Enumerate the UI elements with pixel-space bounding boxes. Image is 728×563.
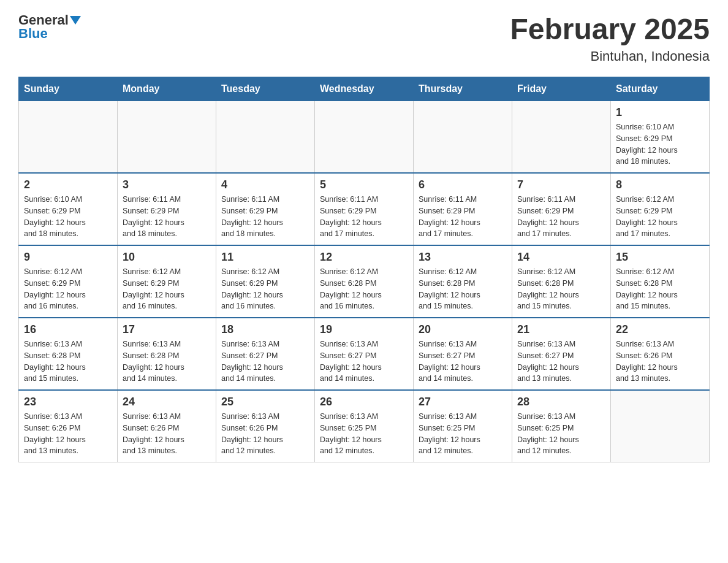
day-info: Sunrise: 6:13 AMSunset: 6:27 PMDaylight:… xyxy=(419,339,507,385)
day-header-saturday: Saturday xyxy=(611,77,710,101)
day-number: 23 xyxy=(24,396,112,408)
calendar-cell xyxy=(118,101,216,174)
calendar-cell: 28Sunrise: 6:13 AMSunset: 6:25 PMDayligh… xyxy=(512,390,611,462)
week-row-2: 2Sunrise: 6:10 AMSunset: 6:29 PMDaylight… xyxy=(19,173,710,245)
svg-marker-0 xyxy=(70,16,81,25)
day-number: 28 xyxy=(517,396,605,408)
week-row-4: 16Sunrise: 6:13 AMSunset: 6:28 PMDayligh… xyxy=(19,318,710,390)
week-row-3: 9Sunrise: 6:12 AMSunset: 6:29 PMDaylight… xyxy=(19,245,710,318)
calendar-cell xyxy=(512,101,611,174)
calendar-cell: 7Sunrise: 6:11 AMSunset: 6:29 PMDaylight… xyxy=(512,173,611,245)
calendar-cell: 17Sunrise: 6:13 AMSunset: 6:28 PMDayligh… xyxy=(118,318,216,390)
calendar-cell: 25Sunrise: 6:13 AMSunset: 6:26 PMDayligh… xyxy=(216,390,315,462)
day-info: Sunrise: 6:11 AMSunset: 6:29 PMDaylight:… xyxy=(419,194,507,240)
day-number: 19 xyxy=(320,323,408,336)
calendar-body: 1Sunrise: 6:10 AMSunset: 6:29 PMDaylight… xyxy=(19,101,710,462)
day-header-wednesday: Wednesday xyxy=(315,77,414,101)
calendar-cell: 11Sunrise: 6:12 AMSunset: 6:29 PMDayligh… xyxy=(216,245,315,318)
day-info: Sunrise: 6:13 AMSunset: 6:25 PMDaylight:… xyxy=(419,411,507,457)
calendar-cell: 2Sunrise: 6:10 AMSunset: 6:29 PMDaylight… xyxy=(19,173,118,245)
calendar-cell: 27Sunrise: 6:13 AMSunset: 6:25 PMDayligh… xyxy=(414,390,512,462)
days-of-week-row: SundayMondayTuesdayWednesdayThursdayFrid… xyxy=(19,77,710,101)
calendar-cell: 26Sunrise: 6:13 AMSunset: 6:25 PMDayligh… xyxy=(315,390,414,462)
day-number: 25 xyxy=(221,396,309,408)
day-number: 4 xyxy=(221,178,309,191)
day-info: Sunrise: 6:13 AMSunset: 6:28 PMDaylight:… xyxy=(123,339,211,385)
title-section: February 2025 Bintuhan, Indonesia xyxy=(510,12,710,64)
calendar-cell: 4Sunrise: 6:11 AMSunset: 6:29 PMDaylight… xyxy=(216,173,315,245)
day-number: 26 xyxy=(320,396,408,408)
logo-triangle-icon xyxy=(70,16,81,25)
calendar-cell: 13Sunrise: 6:12 AMSunset: 6:28 PMDayligh… xyxy=(414,245,512,318)
day-number: 13 xyxy=(419,251,507,264)
day-info: Sunrise: 6:12 AMSunset: 6:28 PMDaylight:… xyxy=(517,266,605,312)
day-number: 7 xyxy=(517,178,605,191)
calendar-cell: 23Sunrise: 6:13 AMSunset: 6:26 PMDayligh… xyxy=(19,390,118,462)
day-info: Sunrise: 6:12 AMSunset: 6:29 PMDaylight:… xyxy=(616,194,704,240)
calendar-cell xyxy=(414,101,512,174)
calendar-cell: 14Sunrise: 6:12 AMSunset: 6:28 PMDayligh… xyxy=(512,245,611,318)
calendar-cell: 16Sunrise: 6:13 AMSunset: 6:28 PMDayligh… xyxy=(19,318,118,390)
day-info: Sunrise: 6:12 AMSunset: 6:28 PMDaylight:… xyxy=(320,266,408,312)
day-number: 9 xyxy=(24,251,112,264)
calendar-cell: 8Sunrise: 6:12 AMSunset: 6:29 PMDaylight… xyxy=(611,173,710,245)
page-header: General Blue February 2025 Bintuhan, Ind… xyxy=(18,12,710,64)
day-info: Sunrise: 6:13 AMSunset: 6:27 PMDaylight:… xyxy=(320,339,408,385)
week-row-5: 23Sunrise: 6:13 AMSunset: 6:26 PMDayligh… xyxy=(19,390,710,462)
day-info: Sunrise: 6:11 AMSunset: 6:29 PMDaylight:… xyxy=(320,194,408,240)
day-number: 18 xyxy=(221,323,309,336)
day-info: Sunrise: 6:13 AMSunset: 6:26 PMDaylight:… xyxy=(616,339,704,385)
day-number: 10 xyxy=(123,251,211,264)
day-number: 12 xyxy=(320,251,408,264)
day-info: Sunrise: 6:13 AMSunset: 6:26 PMDaylight:… xyxy=(123,411,211,457)
day-number: 1 xyxy=(616,106,704,119)
day-info: Sunrise: 6:13 AMSunset: 6:25 PMDaylight:… xyxy=(320,411,408,457)
calendar-cell: 20Sunrise: 6:13 AMSunset: 6:27 PMDayligh… xyxy=(414,318,512,390)
day-header-sunday: Sunday xyxy=(19,77,118,101)
calendar-cell: 22Sunrise: 6:13 AMSunset: 6:26 PMDayligh… xyxy=(611,318,710,390)
day-number: 21 xyxy=(517,323,605,336)
calendar-cell: 10Sunrise: 6:12 AMSunset: 6:29 PMDayligh… xyxy=(118,245,216,318)
calendar-cell: 6Sunrise: 6:11 AMSunset: 6:29 PMDaylight… xyxy=(414,173,512,245)
day-number: 15 xyxy=(616,251,704,264)
logo-blue-text: Blue xyxy=(18,26,48,42)
day-number: 20 xyxy=(419,323,507,336)
day-info: Sunrise: 6:12 AMSunset: 6:29 PMDaylight:… xyxy=(123,266,211,312)
day-info: Sunrise: 6:10 AMSunset: 6:29 PMDaylight:… xyxy=(24,194,112,240)
calendar-cell: 1Sunrise: 6:10 AMSunset: 6:29 PMDaylight… xyxy=(611,101,710,174)
logo: General Blue xyxy=(18,12,81,42)
calendar-cell: 18Sunrise: 6:13 AMSunset: 6:27 PMDayligh… xyxy=(216,318,315,390)
location-title: Bintuhan, Indonesia xyxy=(510,48,710,64)
day-info: Sunrise: 6:12 AMSunset: 6:28 PMDaylight:… xyxy=(616,266,704,312)
day-number: 27 xyxy=(419,396,507,408)
day-info: Sunrise: 6:13 AMSunset: 6:26 PMDaylight:… xyxy=(221,411,309,457)
calendar-cell: 12Sunrise: 6:12 AMSunset: 6:28 PMDayligh… xyxy=(315,245,414,318)
day-info: Sunrise: 6:11 AMSunset: 6:29 PMDaylight:… xyxy=(123,194,211,240)
day-info: Sunrise: 6:12 AMSunset: 6:28 PMDaylight:… xyxy=(419,266,507,312)
week-row-1: 1Sunrise: 6:10 AMSunset: 6:29 PMDaylight… xyxy=(19,101,710,174)
day-info: Sunrise: 6:11 AMSunset: 6:29 PMDaylight:… xyxy=(221,194,309,240)
calendar-cell xyxy=(315,101,414,174)
calendar-cell: 5Sunrise: 6:11 AMSunset: 6:29 PMDaylight… xyxy=(315,173,414,245)
day-info: Sunrise: 6:12 AMSunset: 6:29 PMDaylight:… xyxy=(221,266,309,312)
month-title: February 2025 xyxy=(510,12,710,46)
calendar-table: SundayMondayTuesdayWednesdayThursdayFrid… xyxy=(18,77,710,462)
day-number: 2 xyxy=(24,178,112,191)
day-number: 22 xyxy=(616,323,704,336)
calendar-cell xyxy=(216,101,315,174)
day-number: 8 xyxy=(616,178,704,191)
day-header-tuesday: Tuesday xyxy=(216,77,315,101)
day-number: 16 xyxy=(24,323,112,336)
day-info: Sunrise: 6:13 AMSunset: 6:26 PMDaylight:… xyxy=(24,411,112,457)
day-number: 24 xyxy=(123,396,211,408)
day-info: Sunrise: 6:13 AMSunset: 6:28 PMDaylight:… xyxy=(24,339,112,385)
day-number: 5 xyxy=(320,178,408,191)
day-number: 17 xyxy=(123,323,211,336)
calendar-cell xyxy=(19,101,118,174)
day-info: Sunrise: 6:11 AMSunset: 6:29 PMDaylight:… xyxy=(517,194,605,240)
calendar-cell: 24Sunrise: 6:13 AMSunset: 6:26 PMDayligh… xyxy=(118,390,216,462)
day-info: Sunrise: 6:10 AMSunset: 6:29 PMDaylight:… xyxy=(616,121,704,167)
day-number: 14 xyxy=(517,251,605,264)
calendar-cell xyxy=(611,390,710,462)
calendar-cell: 3Sunrise: 6:11 AMSunset: 6:29 PMDaylight… xyxy=(118,173,216,245)
